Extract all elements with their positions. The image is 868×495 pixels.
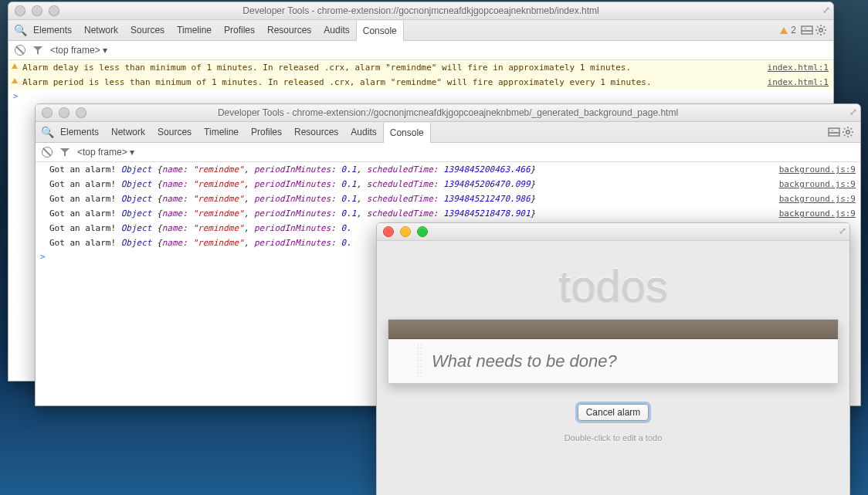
tab-network[interactable]: Network	[78, 20, 124, 40]
svg-line-23	[851, 128, 853, 130]
close-dot[interactable]	[383, 226, 394, 237]
console-output: Alarm delay is less than minimum of 1 mi…	[8, 60, 833, 103]
console-toolbar: <top frame> ▾	[8, 41, 833, 60]
titlebar[interactable]: Developer Tools - chrome-extension://goc…	[36, 104, 860, 122]
tab-timeline[interactable]: Timeline	[171, 20, 218, 40]
minimize-dot[interactable]	[400, 226, 411, 237]
window-title: Developer Tools - chrome-extension://goc…	[8, 5, 833, 16]
window-controls	[8, 5, 66, 16]
cancel-alarm-button[interactable]: Cancel alarm	[578, 404, 649, 421]
source-link[interactable]: background.js:9	[771, 164, 856, 175]
console-line: Alarm delay is less than minimum of 1 mi…	[8, 60, 833, 75]
svg-line-22	[844, 135, 846, 137]
console-text: Got an alarm! Object {name: "remindme", …	[49, 237, 351, 249]
console-text: Got an alarm! Object {name: "remindme", …	[49, 178, 535, 190]
todo-input-row	[388, 339, 838, 383]
clear-console-icon[interactable]	[42, 147, 53, 158]
svg-line-9	[824, 33, 826, 35]
tab-profiles[interactable]: Profiles	[218, 20, 261, 40]
console-line: Alarm period is less than minimum of 1 m…	[8, 75, 833, 90]
edit-hint: Double-click to edit a todo	[377, 433, 849, 442]
tab-console[interactable]: Console	[383, 123, 431, 143]
tab-resources[interactable]: Resources	[288, 122, 344, 142]
console-toolbar: <top frame> ▾	[36, 143, 860, 162]
warning-count[interactable]: 2	[775, 25, 801, 36]
expand-icon[interactable]: ⤢	[822, 5, 830, 15]
console-text: Got an alarm! Object {name: "remindme", …	[49, 222, 351, 234]
tab-sources[interactable]: Sources	[124, 20, 171, 40]
svg-line-8	[817, 26, 819, 28]
drawer-icon[interactable]: >_	[828, 127, 842, 137]
settings-icon[interactable]	[842, 126, 856, 138]
frame-selector[interactable]: <top frame> ▾	[50, 45, 107, 56]
expand-icon[interactable]: ⤢	[849, 107, 857, 117]
source-link[interactable]: background.js:9	[771, 193, 856, 205]
console-prompt[interactable]: >	[8, 90, 833, 103]
window-controls	[36, 107, 93, 118]
tab-sources[interactable]: Sources	[151, 122, 198, 142]
warning-icon	[780, 27, 788, 34]
minimize-dot[interactable]	[32, 5, 42, 16]
tab-audits[interactable]: Audits	[344, 122, 382, 142]
svg-line-20	[844, 128, 846, 130]
expand-icon[interactable]: ⤢	[839, 225, 846, 236]
filter-icon[interactable]	[33, 46, 42, 54]
inspect-icon[interactable]: 🔍	[13, 24, 27, 36]
source-link[interactable]: background.js:9	[771, 208, 856, 219]
svg-point-3	[819, 29, 822, 32]
tab-elements[interactable]: Elements	[54, 122, 105, 142]
devtools-tabs: 🔍 Elements Network Sources Timeline Prof…	[36, 122, 860, 143]
console-line: Got an alarm! Object {name: "remindme", …	[36, 177, 860, 192]
tab-console[interactable]: Console	[356, 21, 404, 41]
console-line: Got an alarm! Object {name: "remindme", …	[36, 192, 860, 206]
close-dot[interactable]	[15, 5, 25, 16]
svg-text:>_: >_	[831, 128, 837, 133]
zoom-dot[interactable]	[76, 107, 86, 118]
svg-text:>_: >_	[804, 26, 810, 31]
tab-timeline[interactable]: Timeline	[198, 122, 245, 142]
source-link[interactable]: index.html:1	[760, 62, 829, 73]
zoom-dot[interactable]	[49, 5, 59, 16]
titlebar[interactable]: Developer Tools - chrome-extension://goc…	[8, 2, 833, 20]
close-dot[interactable]	[42, 107, 53, 118]
console-text: Got an alarm! Object {name: "remindme", …	[49, 193, 535, 205]
app-heading: todos	[377, 241, 849, 319]
tab-audits[interactable]: Audits	[317, 20, 355, 40]
frame-selector[interactable]: <top frame> ▾	[77, 147, 134, 158]
source-link[interactable]: background.js:9	[771, 178, 856, 190]
svg-line-10	[817, 33, 819, 35]
devtools-tabs: 🔍 Elements Network Sources Timeline Prof…	[8, 20, 833, 41]
clear-console-icon[interactable]	[15, 45, 25, 56]
tab-resources[interactable]: Resources	[261, 20, 317, 40]
svg-line-11	[824, 26, 826, 28]
filter-icon[interactable]	[60, 148, 70, 156]
card-header	[388, 320, 838, 339]
console-text: Alarm period is less than minimum of 1 m…	[22, 76, 652, 88]
console-text: Alarm delay is less than minimum of 1 mi…	[22, 62, 631, 73]
window-controls	[377, 226, 434, 237]
titlebar[interactable]: ⤢	[377, 223, 849, 241]
inspect-icon[interactable]: 🔍	[40, 126, 54, 138]
console-line: Got an alarm! Object {name: "remindme", …	[36, 206, 860, 221]
tab-elements[interactable]: Elements	[27, 20, 78, 40]
svg-line-21	[851, 135, 853, 137]
settings-icon[interactable]	[815, 24, 829, 36]
console-text: Got an alarm! Object {name: "remindme", …	[49, 208, 535, 219]
console-text: Got an alarm! Object {name: "remindme", …	[49, 164, 535, 175]
warning-count-value: 2	[791, 25, 796, 36]
window-title: Developer Tools - chrome-extension://goc…	[36, 107, 860, 118]
minimize-dot[interactable]	[59, 107, 70, 118]
console-line: Got an alarm! Object {name: "remindme", …	[36, 162, 860, 177]
drawer-icon[interactable]: >_	[801, 25, 815, 36]
todo-card	[388, 319, 839, 384]
tab-profiles[interactable]: Profiles	[245, 122, 288, 142]
source-link[interactable]: index.html:1	[760, 76, 829, 88]
zoom-dot[interactable]	[417, 226, 428, 237]
new-todo-input[interactable]	[388, 351, 838, 372]
todos-window: ⤢ todos Cancel alarm Double-click to edi…	[376, 222, 850, 495]
svg-point-15	[846, 131, 849, 134]
tab-network[interactable]: Network	[105, 122, 151, 142]
